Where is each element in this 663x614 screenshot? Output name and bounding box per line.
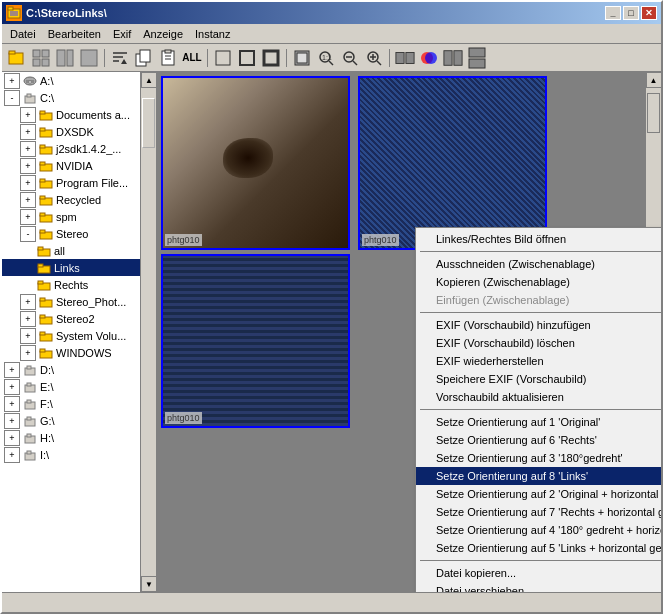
toolbar-copy-files[interactable] [133, 47, 155, 69]
tree-item-nvidia[interactable]: + NVIDIA [2, 157, 140, 174]
tree-expander-i[interactable]: + [4, 447, 20, 463]
tree-expander-pf[interactable]: + [20, 175, 36, 191]
ctx-orient-8[interactable]: Setze Orientierung auf 8 'Links' [416, 467, 661, 485]
menu-datei[interactable]: Datei [4, 26, 42, 42]
toolbar-over-under[interactable] [466, 47, 488, 69]
tree-item-documents[interactable]: + Documents a... [2, 106, 140, 123]
tree-item-h[interactable]: + H:\ [2, 429, 140, 446]
toolbar-open[interactable] [6, 47, 28, 69]
ctx-exif-update[interactable]: Vorschaubild aktualisieren [416, 388, 661, 406]
toolbar-all[interactable]: ALL [181, 47, 203, 69]
ctx-orient-6[interactable]: Setze Orientierung auf 6 'Rechts' [416, 431, 661, 449]
tree-item-c[interactable]: - C:\ [2, 89, 140, 106]
toolbar-stereo[interactable] [394, 47, 416, 69]
ctx-file-move[interactable]: Datei verschieben... [416, 582, 661, 592]
tree-expander-dxsdk[interactable]: + [20, 124, 36, 140]
ctx-orient-3[interactable]: Setze Orientierung auf 3 '180°gedreht' [416, 449, 661, 467]
image-scroll-thumb[interactable] [647, 93, 660, 133]
tree-expander-sv[interactable]: + [20, 328, 36, 344]
toolbar-thumb-large[interactable] [78, 47, 100, 69]
tree-expander-a[interactable]: + [4, 73, 20, 89]
menu-bearbeiten[interactable]: Bearbeiten [42, 26, 107, 42]
ctx-orient-5-label: Setze Orientierung auf 5 'Links + horizo… [436, 542, 661, 554]
ctx-exif-save[interactable]: Speichere EXIF (Vorschaubild) [416, 370, 661, 388]
tree-expander-docs[interactable]: + [20, 107, 36, 123]
image-item-1[interactable]: phtg010 [161, 76, 350, 250]
toolbar-zoom-fit[interactable] [291, 47, 313, 69]
tree-expander-e[interactable]: + [4, 379, 20, 395]
tree-item-g[interactable]: + G:\ [2, 412, 140, 429]
tree-item-i[interactable]: + I:\ [2, 446, 140, 463]
tree-item-rechts[interactable]: Rechts [2, 276, 140, 293]
svg-rect-4 [9, 51, 15, 54]
tree-item-systemvol[interactable]: + System Volu... [2, 327, 140, 344]
tree-item-e[interactable]: + E:\ [2, 378, 140, 395]
tree-item-recycled[interactable]: + Recycled [2, 191, 140, 208]
tree-item-programfiles[interactable]: + Program File... [2, 174, 140, 191]
toolbar-zoom-11[interactable]: 1:1 [315, 47, 337, 69]
ctx-orient-5[interactable]: Setze Orientierung auf 5 'Links + horizo… [416, 539, 661, 557]
image-item-2[interactable]: phtg010 [358, 76, 547, 250]
toolbar-zoom-out[interactable] [339, 47, 361, 69]
toolbar-paste-files[interactable] [157, 47, 179, 69]
toolbar-sort[interactable] [109, 47, 131, 69]
tree-item-stereophotos[interactable]: + Stereo_Phot... [2, 293, 140, 310]
minimize-button[interactable]: _ [605, 6, 621, 20]
tree-expander-win[interactable]: + [20, 345, 36, 361]
toolbar-side-by-side[interactable] [442, 47, 464, 69]
ctx-exif-add[interactable]: EXIF (Vorschaubild) hinzufügen [416, 316, 661, 334]
tree-item-d[interactable]: + D:\ [2, 361, 140, 378]
tree-expander-sp[interactable]: + [20, 294, 36, 310]
tree-item-dxsdk[interactable]: + DXSDK [2, 123, 140, 140]
tree-expander-s2[interactable]: + [20, 311, 36, 327]
tree-expander-recycled[interactable]: + [20, 192, 36, 208]
tree-scroll-thumb[interactable] [142, 98, 155, 148]
tree-expander-c[interactable]: - [4, 90, 20, 106]
tree-expander-d[interactable]: + [4, 362, 20, 378]
image-item-3[interactable]: phtg010 [161, 254, 350, 428]
menu-anzeige[interactable]: Anzeige [137, 26, 189, 42]
tree-item-j2sdk[interactable]: + j2sdk1.4.2_... [2, 140, 140, 157]
toolbar-frame-none[interactable] [212, 47, 234, 69]
toolbar-thumb-small[interactable] [30, 47, 52, 69]
tree-item-stereo[interactable]: - Stereo [2, 225, 140, 242]
ctx-exif-restore[interactable]: EXIF wiederherstellen [416, 352, 661, 370]
image-scroll-up[interactable]: ▲ [646, 72, 662, 88]
close-button[interactable]: ✕ [641, 6, 657, 20]
tree-expander-f[interactable]: + [4, 396, 20, 412]
ctx-copy[interactable]: Kopieren (Zwischenablage) Umschalt+C [416, 273, 661, 291]
toolbar-frame-thin[interactable] [236, 47, 258, 69]
tree-item-a[interactable]: + A:\ [2, 72, 140, 89]
tree-scroll-up[interactable]: ▲ [141, 72, 157, 88]
maximize-button[interactable]: □ [623, 6, 639, 20]
ctx-orient-7[interactable]: Setze Orientierung auf 7 'Rechts + horiz… [416, 503, 661, 521]
tree-expander-nvidia[interactable]: + [20, 158, 36, 174]
ctx-orient-4[interactable]: Setze Orientierung auf 4 '180° gedreht +… [416, 521, 661, 539]
svg-rect-75 [40, 315, 45, 318]
menu-exif[interactable]: Exif [107, 26, 137, 42]
tree-expander-g[interactable]: + [4, 413, 20, 429]
tree-expander-h[interactable]: + [4, 430, 20, 446]
tree-scrollbar[interactable]: ▲ ▼ [140, 72, 156, 592]
toolbar-thumb-medium[interactable] [54, 47, 76, 69]
tree-scroll-down[interactable]: ▼ [141, 576, 157, 592]
ctx-orient-2[interactable]: Setze Orientierung auf 2 'Original + hor… [416, 485, 661, 503]
tree-expander-j2sdk[interactable]: + [20, 141, 36, 157]
toolbar-frame-medium[interactable] [260, 47, 282, 69]
menu-instanz[interactable]: Instanz [189, 26, 236, 42]
ctx-orient-1[interactable]: Setze Orientierung auf 1 'Original' [416, 413, 661, 431]
tree-item-windows[interactable]: + WINDOWS [2, 344, 140, 361]
ctx-cut[interactable]: Ausschneiden (Zwischenablage) Umschalt+X [416, 255, 661, 273]
tree-expander-spm[interactable]: + [20, 209, 36, 225]
tree-item-links[interactable]: Links [2, 259, 140, 276]
tree-item-f[interactable]: + F:\ [2, 395, 140, 412]
toolbar-zoom-in[interactable] [363, 47, 385, 69]
tree-expander-stereo[interactable]: - [20, 226, 36, 242]
tree-item-all[interactable]: all [2, 242, 140, 259]
toolbar-anaglyph[interactable] [418, 47, 440, 69]
tree-item-spm[interactable]: + spm [2, 208, 140, 225]
ctx-exif-del[interactable]: EXIF (Vorschaubild) löschen [416, 334, 661, 352]
ctx-open-lr[interactable]: Linkes/Rechtes Bild öffnen [416, 230, 661, 248]
ctx-file-copy[interactable]: Datei kopieren... [416, 564, 661, 582]
tree-item-stereo2[interactable]: + Stereo2 [2, 310, 140, 327]
